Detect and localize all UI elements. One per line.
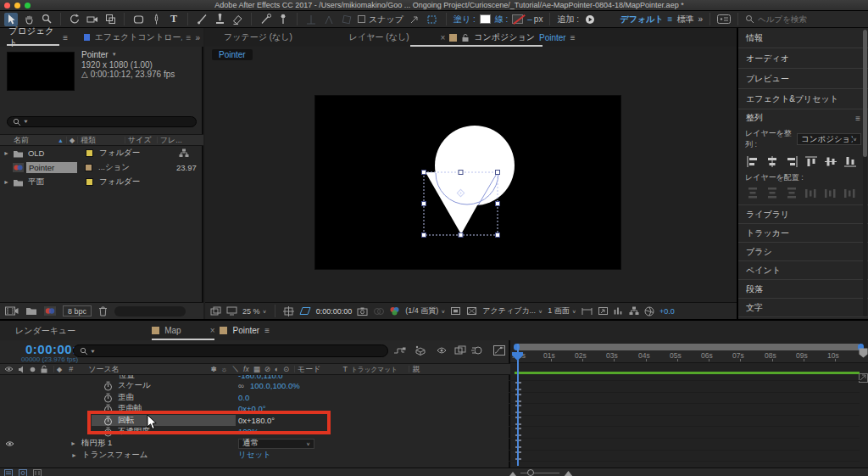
camera-tool[interactable]: [86, 13, 99, 26]
align-center-v-button[interactable]: [823, 155, 837, 168]
tab-pointer[interactable]: Pointer: [232, 326, 259, 335]
frame-blend-switch-icon[interactable]: ▦: [253, 365, 260, 373]
active-camera-dropdown[interactable]: アクティブカ...∨: [482, 305, 542, 316]
stopwatch-icon[interactable]: [103, 381, 113, 391]
align-left-button[interactable]: [745, 155, 760, 168]
sidebar-scrollbar[interactable]: [863, 30, 867, 316]
selection-tool[interactable]: [4, 13, 18, 26]
grid-guides-icon[interactable]: [283, 306, 294, 316]
panel-character[interactable]: 文字: [738, 299, 868, 317]
workspace-overflow-icon[interactable]: »: [698, 14, 703, 24]
puppet-pin-tool[interactable]: [276, 13, 290, 26]
panel-effects-presets[interactable]: エフェクト&プリセット: [738, 89, 868, 109]
audio-column-icon[interactable]: [18, 366, 25, 373]
clone-stamp-tool[interactable]: [213, 13, 226, 26]
project-panel-menu-icon[interactable]: ≡: [63, 33, 68, 42]
panel-info[interactable]: 情報: [738, 28, 868, 48]
timeline-zoom-control[interactable]: [509, 469, 573, 476]
collapse-switch-icon[interactable]: ☼: [221, 365, 228, 373]
frame-blending-icon[interactable]: [454, 345, 466, 356]
delete-icon[interactable]: [98, 306, 108, 316]
label-swatch[interactable]: [86, 178, 93, 186]
expand-icon[interactable]: ►: [70, 440, 76, 446]
eraser-tool[interactable]: [231, 13, 244, 26]
transparency-grid-icon[interactable]: [466, 306, 477, 316]
channels-icon[interactable]: [389, 306, 400, 316]
rotation-value[interactable]: 0x+180.0°: [238, 416, 275, 425]
lock-column-icon[interactable]: [40, 365, 48, 373]
label-swatch[interactable]: [86, 149, 93, 157]
lock-icon[interactable]: [461, 33, 470, 42]
transform-reset-link[interactable]: リセット: [238, 450, 271, 461]
viewer-panel-menu-icon[interactable]: ≡: [570, 33, 576, 42]
panel-tracker[interactable]: トラッカー: [738, 224, 868, 243]
effect-controls-menu-icon[interactable]: ≡: [186, 33, 192, 42]
expand-icon[interactable]: ►: [71, 452, 77, 458]
source-name-column[interactable]: ソース名: [88, 364, 119, 375]
fill-label[interactable]: 塗り :: [453, 14, 476, 25]
project-search-field[interactable]: ▼: [7, 116, 197, 127]
panel-align-title[interactable]: 整列: [746, 112, 763, 124]
align-bottom-button[interactable]: [843, 155, 857, 168]
goalpost-icon[interactable]: [581, 307, 593, 316]
align-center-h-button[interactable]: [765, 155, 779, 168]
hide-shy-layers-icon[interactable]: [436, 346, 448, 356]
expand-transfer-controls-icon[interactable]: [19, 469, 27, 476]
comp-breadcrumb[interactable]: Pointer: [212, 49, 253, 60]
label-swatch[interactable]: [85, 164, 92, 171]
minimize-window-icon[interactable]: [14, 3, 20, 8]
add-menu-icon[interactable]: [583, 13, 597, 26]
video-column-icon[interactable]: [4, 366, 14, 372]
workspace-bar-icon[interactable]: [717, 13, 731, 26]
snap-options-icon[interactable]: [408, 13, 421, 26]
stopwatch-icon[interactable]: [103, 393, 113, 403]
brush-tool[interactable]: [195, 13, 209, 26]
comp-flowchart-icon[interactable]: [629, 306, 639, 316]
property-row-rotation[interactable]: 回転 0x+180.0°: [0, 415, 509, 426]
snap-grid-icon[interactable]: [426, 13, 439, 26]
comp-canvas[interactable]: [315, 96, 620, 269]
comp-tab-close-icon[interactable]: ×: [440, 33, 445, 42]
comp-marker-bin-icon[interactable]: [859, 348, 868, 358]
stroke-swatch[interactable]: [512, 14, 523, 24]
track-matte-column[interactable]: トラックマット: [351, 364, 398, 373]
view-layout-dropdown[interactable]: 1 画面∨: [548, 305, 576, 316]
time-ruler[interactable]: :00s 01s 02s 03s 04s 05s 06s 07s 08s 09s…: [510, 350, 868, 363]
bit-depth-button[interactable]: 8 bpc: [63, 305, 92, 316]
parent-column[interactable]: 親: [412, 364, 420, 375]
expand-icon[interactable]: ►: [3, 150, 9, 156]
stroke-label[interactable]: 線 :: [495, 14, 509, 25]
snap-checkbox[interactable]: [358, 15, 365, 23]
align-top-button[interactable]: [804, 155, 818, 168]
comp-button-icon[interactable]: [859, 373, 868, 383]
always-preview-icon[interactable]: [210, 306, 221, 316]
tab-effect-controls[interactable]: エフェクトコントロール: [94, 31, 181, 43]
link-icon[interactable]: ∞: [238, 381, 244, 390]
motion-blur-switch-icon[interactable]: ⊘: [264, 365, 270, 373]
blend-mode-dropdown[interactable]: 通常∨: [238, 439, 314, 449]
exposure-value[interactable]: +0.0: [659, 307, 675, 316]
sidebar-scrollbar-thumb[interactable]: [863, 30, 867, 157]
col-fps[interactable]: フレ...: [160, 135, 182, 146]
tab-map[interactable]: Map: [164, 326, 181, 335]
snapshot-icon[interactable]: [357, 307, 368, 316]
panel-paragraph[interactable]: 段落: [738, 280, 868, 299]
new-folder-icon[interactable]: [25, 306, 37, 316]
playhead-handle[interactable]: [511, 351, 524, 361]
fill-swatch[interactable]: [480, 14, 491, 24]
expand-inout-panes-icon[interactable]: [33, 469, 42, 476]
align-panel-menu-icon[interactable]: ≡: [855, 114, 860, 123]
project-tabs-overflow-icon[interactable]: »: [195, 33, 200, 42]
expand-icon[interactable]: ►: [3, 179, 9, 185]
tab-composition[interactable]: コンポジション: [474, 31, 535, 43]
motion-blur-icon[interactable]: [471, 345, 483, 356]
align-right-button[interactable]: [784, 155, 798, 168]
panel-preview[interactable]: プレビュー: [738, 69, 868, 89]
property-row-transform[interactable]: ► トランスフォーム リセット: [0, 450, 509, 461]
index-column[interactable]: #: [69, 365, 73, 373]
interpret-footage-icon[interactable]: [5, 306, 19, 316]
hand-tool[interactable]: [22, 13, 36, 26]
pointer-tab-close-icon[interactable]: ×: [210, 326, 215, 335]
tab-composition-name[interactable]: Pointer: [539, 33, 566, 42]
shape-tool[interactable]: [131, 13, 145, 26]
